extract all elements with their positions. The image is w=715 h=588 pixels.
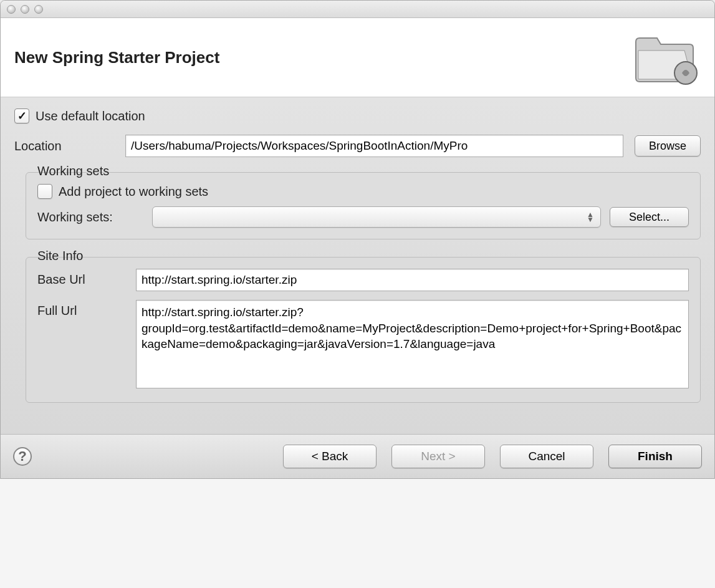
next-button[interactable]: Next > xyxy=(391,445,485,468)
back-button[interactable]: < Back xyxy=(283,445,377,468)
close-icon[interactable] xyxy=(7,5,16,14)
location-row: Location Browse xyxy=(14,135,701,157)
location-label: Location xyxy=(14,139,114,153)
working-sets-group: Working sets Add project to working sets… xyxy=(26,172,701,239)
project-folder-icon xyxy=(632,29,701,85)
dialog-title: New Spring Starter Project xyxy=(14,48,219,67)
dialog-content: Use default location Location Browse Wor… xyxy=(1,97,714,434)
footer-buttons: < Back Next > Cancel Finish xyxy=(283,445,702,468)
finish-button[interactable]: Finish xyxy=(608,445,702,468)
dialog-window: New Spring Starter Project Use default l… xyxy=(0,0,715,479)
site-info-legend: Site Info xyxy=(34,249,87,263)
cancel-button[interactable]: Cancel xyxy=(500,445,593,468)
base-url-input[interactable] xyxy=(136,269,689,291)
add-to-working-sets-checkbox[interactable] xyxy=(37,184,52,199)
use-default-location-row: Use default location xyxy=(14,108,701,123)
location-input[interactable] xyxy=(125,135,623,157)
base-url-label: Base Url xyxy=(37,269,125,287)
zoom-icon[interactable] xyxy=(34,5,43,14)
working-sets-legend: Working sets xyxy=(34,164,113,178)
chevron-updown-icon: ▲▼ xyxy=(587,212,594,222)
use-default-location-checkbox[interactable] xyxy=(14,108,29,123)
window-titlebar xyxy=(1,1,714,18)
browse-button[interactable]: Browse xyxy=(635,135,701,157)
use-default-location-label: Use default location xyxy=(36,109,145,123)
working-sets-dropdown[interactable]: ▲▼ xyxy=(152,206,601,228)
working-sets-dropdown-label: Working sets: xyxy=(37,210,143,224)
dialog-header: New Spring Starter Project xyxy=(1,18,714,97)
site-info-group: Site Info Base Url Full Url xyxy=(26,257,701,403)
select-working-sets-button[interactable]: Select... xyxy=(610,207,689,227)
dialog-footer: ? < Back Next > Cancel Finish xyxy=(1,434,714,478)
add-to-working-sets-label: Add project to working sets xyxy=(59,185,208,199)
help-icon[interactable]: ? xyxy=(13,447,32,466)
full-url-label: Full Url xyxy=(37,300,125,318)
full-url-textarea[interactable] xyxy=(136,300,689,388)
minimize-icon[interactable] xyxy=(21,5,29,14)
